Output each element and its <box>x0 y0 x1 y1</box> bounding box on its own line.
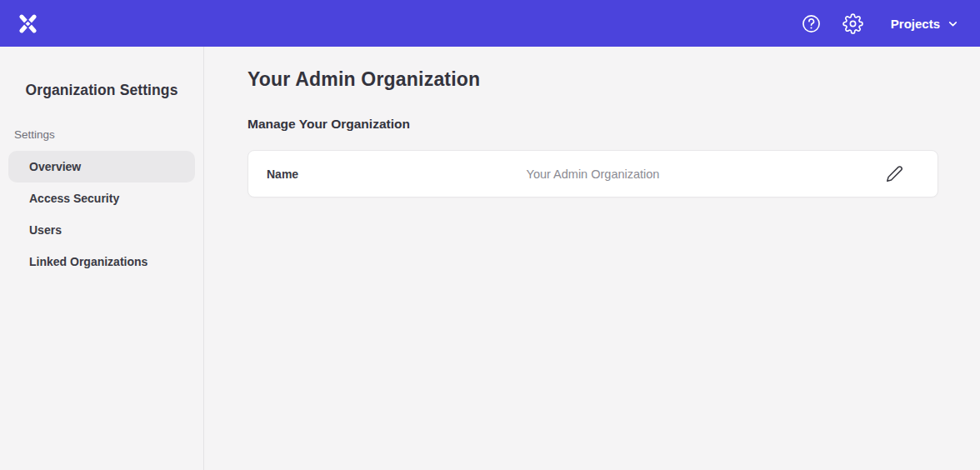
organization-settings-sidebar: Organization Settings Settings Overview … <box>0 47 204 470</box>
question-mark-circle-icon <box>801 13 822 34</box>
sidebar-item-label: Access Security <box>29 192 119 205</box>
content-shell: Organization Settings Settings Overview … <box>0 47 980 470</box>
top-navigation-bar: Projects <box>0 0 980 47</box>
pencil-icon <box>886 165 903 182</box>
sidebar-item-label: Users <box>29 223 62 237</box>
sidebar-item-linked-organizations[interactable]: Linked Organizations <box>8 246 195 278</box>
projects-label: Projects <box>891 17 940 31</box>
sidebar-nav: Overview Access Security Users Linked Or… <box>0 151 203 278</box>
sidebar-item-label: Linked Organizations <box>29 255 148 268</box>
help-button[interactable] <box>801 12 822 34</box>
chevron-down-icon <box>948 18 958 29</box>
sidebar-item-access-security[interactable]: Access Security <box>8 182 195 214</box>
gear-icon <box>842 13 863 34</box>
sidebar-item-label: Overview <box>29 160 81 173</box>
platform-settings-button[interactable] <box>842 12 864 34</box>
topbar-actions: Projects <box>801 12 958 34</box>
sidebar-item-overview[interactable]: Overview <box>8 151 195 182</box>
organization-name-card: Name Your Admin Organization <box>248 150 938 198</box>
page-title: Your Admin Organization <box>248 68 980 91</box>
edit-name-button[interactable] <box>884 164 904 184</box>
projects-dropdown[interactable]: Projects <box>891 17 958 31</box>
mendix-x-logo-icon <box>17 12 39 35</box>
manage-organization-heading: Manage Your Organization <box>248 117 980 132</box>
sidebar-title: Organization Settings <box>0 82 203 99</box>
home-logo-button[interactable] <box>17 12 39 35</box>
sidebar-item-users[interactable]: Users <box>8 214 195 246</box>
main-content: Your Admin Organization Manage Your Orga… <box>204 47 980 470</box>
sidebar-section-label: Settings <box>14 128 203 141</box>
name-field-value: Your Admin Organization <box>527 168 660 181</box>
name-field-label: Name <box>267 168 298 181</box>
